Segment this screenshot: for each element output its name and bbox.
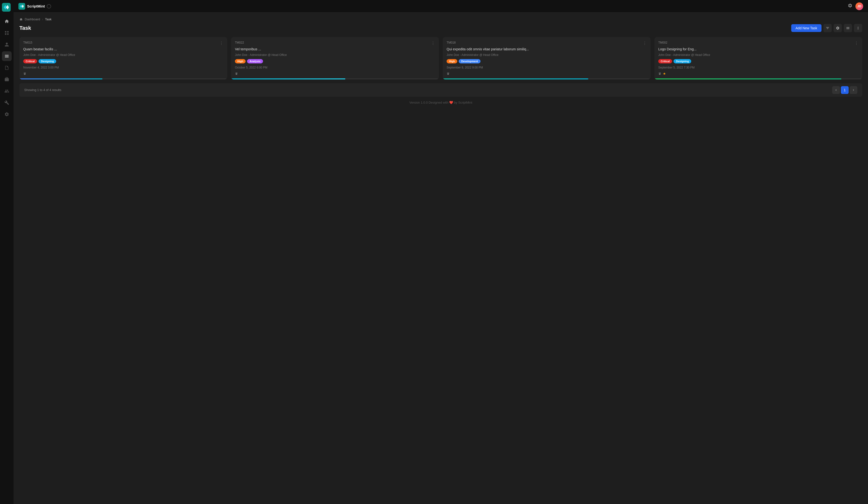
prev-page-button[interactable] <box>832 86 840 94</box>
card-menu-button[interactable]: ⋮ <box>643 41 647 45</box>
pagination-info: Showing 1 to 4 of 4 results <box>24 88 61 92</box>
breadcrumb: Dashboard › Task <box>19 18 862 21</box>
card-progress-bar <box>654 78 841 80</box>
card-id: TM002 <box>658 41 667 44</box>
star-icon: ★ <box>663 72 666 75</box>
page-title: Task <box>19 25 31 31</box>
topbar-logo-icon <box>18 3 25 10</box>
card-tags: HighAnalysis <box>235 59 435 63</box>
sidebar-item-home[interactable] <box>2 17 12 26</box>
card-progress-track <box>443 78 651 80</box>
breadcrumb-home[interactable]: Dashboard <box>25 18 40 21</box>
home-icon <box>19 18 23 21</box>
footer-text: Version 1.0.0 Designed with ❤️ by Script… <box>409 101 472 104</box>
card-date: October 5, 2022 6:00 PM <box>235 66 435 69</box>
card-author: John Doe - Administrator @ Head Office <box>658 53 858 57</box>
card-title: Vel temporibus ... <box>235 47 435 52</box>
task-card[interactable]: TM018 ⋮ Qui expedita odit omnis vitae pa… <box>443 37 651 80</box>
content-area: Dashboard › Task Task Add New Task <box>13 13 868 504</box>
crown-icon: ♛ <box>235 72 238 75</box>
sidebar-item-team[interactable] <box>2 86 12 96</box>
task-card[interactable]: TM015 ⋮ Quam beatae facilis ... John Doe… <box>19 37 227 80</box>
sidebar-item-tasks[interactable] <box>2 51 12 61</box>
page-1-button[interactable]: 1 <box>841 86 849 94</box>
card-title: Logo Designing for Eng... <box>658 47 858 52</box>
card-menu-button[interactable]: ⋮ <box>855 41 858 45</box>
sidebar-item-briefcase[interactable] <box>2 75 12 84</box>
card-progress-bar <box>19 78 102 80</box>
user-avatar[interactable]: JD <box>855 2 863 10</box>
logo[interactable] <box>2 3 12 13</box>
card-author: John Doe - Administrator @ Head Office <box>235 53 435 57</box>
topbar-left: ScriptMint <box>18 3 51 10</box>
crown-icon: ♛ <box>447 72 450 75</box>
tag-high: High <box>235 59 246 63</box>
card-menu-button[interactable]: ⋮ <box>219 41 223 45</box>
topbar: ScriptMint JD <box>13 0 868 13</box>
page-header: Task Add New Task <box>19 24 862 32</box>
card-tags: CriticalDesigning <box>658 59 858 63</box>
sidebar-item-grid[interactable] <box>2 28 12 38</box>
card-progress-bar <box>443 78 588 80</box>
app-name: ScriptMint <box>27 4 45 8</box>
sidebar-item-tools[interactable] <box>2 98 12 107</box>
sidebar-item-settings[interactable] <box>2 109 12 119</box>
tag-designing: Designing <box>39 59 56 63</box>
tag-critical: Critical <box>658 59 672 63</box>
more-options-button[interactable] <box>854 24 862 32</box>
card-author: John Doe - Administrator @ Head Office <box>447 53 647 57</box>
tag-designing: Designing <box>673 59 691 63</box>
list-view-button[interactable] <box>844 24 852 32</box>
sidebar-item-users[interactable] <box>2 40 12 49</box>
task-cards-grid: TM015 ⋮ Quam beatae facilis ... John Doe… <box>19 37 862 80</box>
tag-high: High <box>447 59 457 63</box>
card-icons: ♛ <box>235 72 435 75</box>
card-id: TM018 <box>447 41 456 44</box>
task-card[interactable]: TM022 ⋮ Vel temporibus ... John Doe - Ad… <box>231 37 439 80</box>
card-menu-button[interactable]: ⋮ <box>431 41 435 45</box>
card-author: John Doe - Administrator @ Head Office <box>23 53 223 57</box>
tag-critical: Critical <box>23 59 37 63</box>
pagination-bar: Showing 1 to 4 of 4 results 1 <box>19 83 862 97</box>
card-icons: ♛★ <box>658 72 858 75</box>
topbar-right: JD <box>848 2 863 10</box>
next-page-button[interactable] <box>850 86 857 94</box>
crown-icon: ♛ <box>23 72 27 75</box>
task-card[interactable]: TM002 ⋮ Logo Designing for Eng... John D… <box>654 37 862 80</box>
settings-button[interactable] <box>834 24 842 32</box>
status-circle <box>47 4 51 9</box>
sidebar-item-docs[interactable] <box>2 63 12 73</box>
card-progress-track <box>19 78 227 80</box>
header-actions: Add New Task <box>791 24 862 32</box>
card-progress-bar <box>231 78 345 80</box>
tag-analysis: Analysis <box>247 59 263 63</box>
tag-development: Development <box>459 59 480 63</box>
card-title: Qui expedita odit omnis vitae pariatur l… <box>447 47 647 52</box>
crown-icon: ♛ <box>658 72 661 75</box>
card-icons: ♛ <box>447 72 647 75</box>
sidebar <box>0 0 13 504</box>
breadcrumb-separator: › <box>42 18 43 21</box>
main-area: ScriptMint JD Dashboard › Task Task Add … <box>13 0 868 504</box>
card-progress-track <box>231 78 439 80</box>
card-title: Quam beatae facilis ... <box>23 47 223 52</box>
card-tags: HighDevelopment <box>447 59 647 63</box>
card-date: September 8, 2022 9:00 PM <box>447 66 647 69</box>
pagination-controls: 1 <box>832 86 857 94</box>
filter-button[interactable] <box>824 24 832 32</box>
card-icons: ♛ <box>23 72 223 75</box>
card-id: TM022 <box>235 41 244 44</box>
add-new-task-button[interactable]: Add New Task <box>791 24 822 32</box>
breadcrumb-current: Task <box>45 18 52 21</box>
card-date: September 5, 2022 7:30 PM <box>658 66 858 69</box>
card-progress-track <box>654 78 862 80</box>
card-id: TM015 <box>23 41 32 44</box>
footer: Version 1.0.0 Designed with ❤️ by Script… <box>19 97 862 108</box>
card-tags: CriticalDesigning <box>23 59 223 63</box>
card-date: November 4, 2022 3:00 PM <box>23 66 223 69</box>
settings-icon[interactable] <box>848 3 852 9</box>
